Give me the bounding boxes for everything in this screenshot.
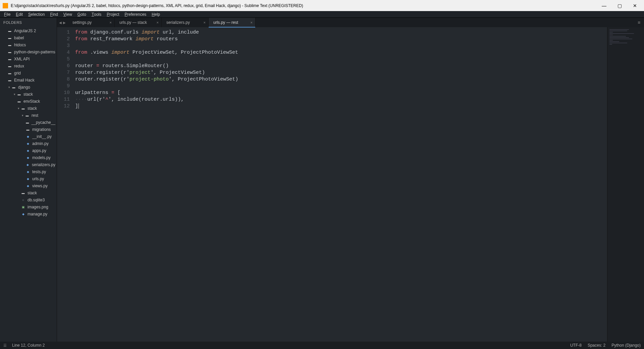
tab-close-icon[interactable]: ×: [204, 20, 206, 24]
folder-icon: [25, 127, 30, 132]
menu-edit[interactable]: Edit: [13, 11, 25, 17]
tree-item[interactable]: manage.py: [0, 210, 57, 217]
tree-item[interactable]: apps.py: [0, 147, 57, 154]
tree-item[interactable]: views.py: [0, 182, 57, 189]
folder-icon: [7, 71, 12, 76]
code-line[interactable]: urlpatterns = [: [75, 90, 644, 96]
python-file-icon: [25, 155, 30, 160]
tree-item[interactable]: ▾django: [0, 84, 57, 91]
menu-preferences[interactable]: Preferences: [122, 11, 149, 17]
minimap[interactable]: [607, 27, 644, 342]
tree-item[interactable]: python-design-patterns: [0, 48, 57, 55]
tab-close-icon[interactable]: ×: [110, 20, 112, 24]
tree-item[interactable]: migrations: [0, 126, 57, 133]
tree-item[interactable]: htdocs: [0, 41, 57, 48]
code-line[interactable]: ]: [75, 103, 644, 110]
tab-close-icon[interactable]: ×: [157, 20, 159, 24]
tab[interactable]: urls.py — rest×: [209, 18, 256, 27]
code-line[interactable]: router.register(r'project', ProjectViewS…: [75, 69, 644, 76]
code-line[interactable]: router = routers.SimpleRouter(): [75, 63, 644, 69]
line-number-gutter: 123456789101112: [57, 27, 73, 342]
chevron-down-icon: ▾: [7, 86, 11, 89]
tree-item[interactable]: serializers.py: [0, 161, 57, 168]
tab-close-icon[interactable]: ×: [251, 20, 253, 24]
code-content[interactable]: from django.conf.urls import url, includ…: [73, 27, 644, 342]
tree-item[interactable]: __init__.py: [0, 133, 57, 140]
tree-item[interactable]: admin.py: [0, 140, 57, 147]
menu-find[interactable]: Find: [47, 11, 60, 17]
tab[interactable]: serializers.py×: [162, 18, 209, 27]
code-line[interactable]: ····url(r'^', include(router.urls)),: [75, 96, 644, 103]
image-file-icon: [21, 205, 25, 209]
tree-item-label: __pycache__: [32, 120, 55, 125]
tree-item[interactable]: ▾stack: [0, 105, 57, 112]
tab-nav-arrows: ◀ ▶: [57, 18, 68, 27]
code-line[interactable]: [75, 56, 644, 63]
tree-item-label: django: [18, 85, 30, 90]
menu-goto[interactable]: Goto: [75, 11, 89, 17]
tree-item-label: AngularJS 2: [14, 29, 36, 33]
close-button[interactable]: ✕: [627, 1, 643, 11]
tab-nav-back-icon[interactable]: ◀: [58, 21, 62, 24]
tree-item-label: apps.py: [32, 148, 46, 153]
menu-project[interactable]: Project: [104, 11, 122, 17]
tree-item[interactable]: ▾stack: [0, 91, 57, 98]
tab[interactable]: urls.py — stack×: [115, 18, 162, 27]
chevron-down-icon: ▾: [17, 107, 20, 110]
code-line[interactable]: from django.conf.urls import url, includ…: [75, 29, 644, 36]
tree-item[interactable]: babel: [0, 34, 57, 41]
folder-icon: [17, 92, 21, 97]
tree-item-label: Email Hack: [14, 78, 35, 83]
syntax-indicator[interactable]: Python (Django): [611, 343, 641, 348]
code-line[interactable]: router.register(r'project-photo', Projec…: [75, 76, 644, 83]
menu-tools[interactable]: Tools: [89, 11, 104, 17]
python-file-icon: [21, 212, 25, 216]
folder-icon: [7, 50, 12, 54]
tab-label: urls.py — rest: [213, 20, 238, 25]
status-menu-icon[interactable]: [3, 343, 9, 348]
tree-item[interactable]: models.py: [0, 154, 57, 161]
folder-icon: [7, 29, 12, 33]
menu-selection[interactable]: Selection: [25, 11, 47, 17]
tree-item-label: envStack: [23, 99, 40, 104]
tree-item[interactable]: envStack: [0, 98, 57, 105]
tree-item[interactable]: redux: [0, 62, 57, 69]
folder-icon: [7, 43, 12, 47]
tree-item[interactable]: images.png: [0, 203, 57, 210]
tree-item[interactable]: __pycache__: [0, 119, 57, 126]
tree-item[interactable]: urls.py: [0, 175, 57, 182]
tree-item[interactable]: tests.py: [0, 168, 57, 175]
menu-help[interactable]: Help: [149, 11, 163, 17]
code-pane[interactable]: 123456789101112 from django.conf.urls im…: [57, 27, 644, 342]
tree-item-label: migrations: [32, 127, 51, 132]
chevron-down-icon: ▾: [13, 93, 16, 96]
tab-nav-forward-icon[interactable]: ▶: [62, 21, 66, 24]
tab-row: ◀ ▶ settings.py×urls.py — stack×serializ…: [57, 18, 644, 27]
tree-item[interactable]: AngularJS 2: [0, 27, 57, 34]
tree-item[interactable]: Email Hack: [0, 77, 57, 84]
folder-icon: [7, 36, 12, 40]
tree-item-label: stack: [28, 106, 37, 111]
tree-item[interactable]: ▾rest: [0, 112, 57, 119]
menu-view[interactable]: View: [61, 11, 75, 17]
folder-icon: [21, 106, 25, 111]
code-line[interactable]: from rest_framework import routers: [75, 36, 644, 43]
tree-item[interactable]: stack: [0, 189, 57, 196]
tree-item-label: babel: [14, 36, 24, 40]
tree-item[interactable]: db.sqlite3: [0, 196, 57, 203]
minimize-button[interactable]: —: [596, 1, 612, 11]
encoding-indicator[interactable]: UTF-8: [570, 343, 582, 348]
tab[interactable]: settings.py×: [68, 18, 115, 27]
code-line[interactable]: [75, 43, 644, 49]
maximize-button[interactable]: ▢: [612, 1, 627, 11]
tree-item[interactable]: grid: [0, 69, 57, 77]
tab-menu-icon[interactable]: ≡: [634, 18, 644, 27]
code-line[interactable]: from .views import ProjectViewSet, Proje…: [75, 49, 644, 56]
tree-item-label: serializers.py: [32, 162, 55, 167]
cursor-position[interactable]: Line 12, Column 2: [12, 343, 45, 348]
main-split: FOLDERS AngularJS 2babelhtdocspython-des…: [0, 18, 644, 342]
indent-indicator[interactable]: Spaces: 2: [588, 343, 605, 348]
code-line[interactable]: [75, 83, 644, 90]
tree-item[interactable]: XML API: [0, 55, 57, 62]
menu-file[interactable]: File: [1, 11, 13, 17]
